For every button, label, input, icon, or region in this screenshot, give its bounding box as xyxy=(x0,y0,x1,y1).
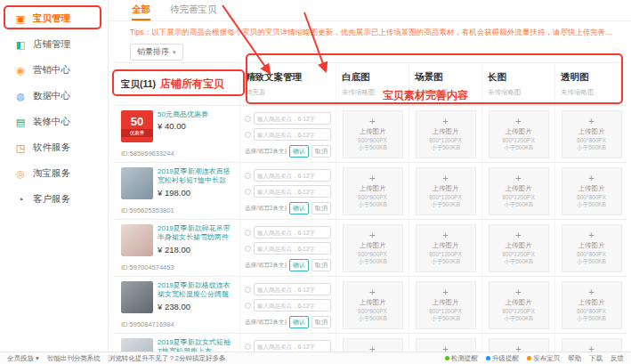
confirm-button[interactable]: 确认 xyxy=(289,316,309,328)
bottom-left-item[interactable]: 浏览转化提升不见了？2分钟搞定好多条 xyxy=(109,354,226,363)
copy-hint-link[interactable]: 选择/填写2条文案 xyxy=(245,148,287,156)
confirm-button[interactable]: 确认 xyxy=(289,202,309,214)
white-bg-cell: +上传图片800*800PX小于500KB xyxy=(336,163,409,219)
product-thumbnail[interactable] xyxy=(121,167,153,199)
upload-image-button[interactable]: +上传图片800*800PX小于500KB xyxy=(562,167,622,215)
data-icon: ◍ xyxy=(14,90,27,102)
bottom-right-item[interactable]: 下载 xyxy=(589,354,603,363)
bottom-right-item[interactable]: 升级提醒 xyxy=(486,354,519,363)
radio-icon[interactable] xyxy=(245,132,251,138)
radio-icon[interactable] xyxy=(245,189,251,195)
sidebar-item-decorate-center[interactable]: ▤ 装修中心 xyxy=(0,109,108,134)
product-cell: 2019夏季新潮连衣百搭宽松衬衫短T恤中长款 ¥ 198.00 ID:59562… xyxy=(116,163,240,219)
sidebar-item-marketing-center[interactable]: ◉ 营销中心 xyxy=(0,57,108,83)
product-thumbnail[interactable] xyxy=(121,281,153,313)
plus-icon: + xyxy=(588,174,594,183)
selling-point-input[interactable] xyxy=(254,169,331,182)
chevron-down-icon: ▾ xyxy=(173,49,176,56)
confirm-button[interactable]: 确认 xyxy=(289,145,309,158)
upload-image-button[interactable]: +上传图片800*1200PX小于500KB xyxy=(489,167,549,215)
upload-image-button[interactable]: +上传图片800*1200PX小于500KB xyxy=(416,167,476,215)
bottom-right-item[interactable]: 帮助 xyxy=(568,354,581,363)
upload-image-button[interactable]: +上传图片800*800PX小于500KB xyxy=(343,281,403,329)
upload-image-button[interactable]: +上传图片800*1200PX小于500KB xyxy=(489,110,549,158)
sort-label: 销量排序 xyxy=(137,46,169,58)
selling-point-input[interactable] xyxy=(254,112,331,125)
copy-hint-link[interactable]: 选择/填写2条文案 xyxy=(245,319,287,327)
upload-image-button[interactable]: +上传图片800*1200PX小于500KB xyxy=(416,281,476,329)
sidebar-item-taobao-service[interactable]: ◎ 淘宝服务 xyxy=(0,160,108,186)
copy-hint-link[interactable]: 选择/填写2条文案 xyxy=(245,205,287,213)
upload-image-button[interactable]: +上传图片800*800PX小于500KB xyxy=(562,224,622,272)
radio-icon[interactable] xyxy=(245,116,251,122)
upload-image-button[interactable]: +上传图片800*800PX小于500KB xyxy=(562,110,622,158)
upload-image-button[interactable]: +上传图片800*800PX小于500KB xyxy=(562,281,622,329)
bottom-left-item[interactable]: 智能出刊分类系统 xyxy=(47,354,101,363)
selling-point-input[interactable] xyxy=(254,340,331,352)
upload-image-button[interactable]: +上传图片800*1200PX小于500KB xyxy=(489,224,549,272)
decorate-icon: ▤ xyxy=(14,116,27,128)
product-material-table: 宝贝(11) 店铺所有宝贝 精致文案管理 待完善 白底图 未传缩略图 场景图 未… xyxy=(116,62,627,364)
plus-icon: + xyxy=(442,117,448,126)
bottom-left-item[interactable]: 全员投放 ▾ xyxy=(7,354,39,363)
table-row: 50 优惠券 50元商品优惠券 ¥ 40.00 ID:585959633244 xyxy=(116,106,627,163)
tab-all[interactable]: 全部 xyxy=(132,4,150,20)
cancel-button[interactable]: 取消 xyxy=(311,259,331,271)
confirm-button[interactable]: 确认 xyxy=(289,259,309,271)
radio-icon[interactable] xyxy=(245,303,251,309)
radio-icon[interactable] xyxy=(245,230,251,236)
sidebar-item-shop-manage[interactable]: ◧ 店铺管理 xyxy=(0,31,108,57)
product-title-link[interactable]: 50元商品优惠券 xyxy=(158,110,234,119)
column-header-long: 长图 未传缩略图 xyxy=(482,63,555,105)
upload-image-button[interactable]: +上传图片800*1200PX小于500KB xyxy=(416,110,476,158)
radio-icon[interactable] xyxy=(245,287,251,293)
taobao-icon: ◎ xyxy=(14,167,27,180)
sidebar-item-data-center[interactable]: ◍ 数据中心 xyxy=(0,83,108,109)
selling-point-input[interactable] xyxy=(254,299,331,311)
cancel-button[interactable]: 取消 xyxy=(311,202,331,214)
selling-point-input[interactable] xyxy=(254,226,331,239)
sort-by-sales-button[interactable]: 销量排序 ▾ xyxy=(130,44,183,61)
product-thumbnail[interactable] xyxy=(121,224,153,256)
selling-point-input[interactable] xyxy=(254,128,331,141)
bottom-right-item[interactable]: 发布宝贝 xyxy=(527,354,560,363)
radio-icon[interactable] xyxy=(245,173,251,179)
cancel-button[interactable]: 取消 xyxy=(311,316,331,328)
copy-edit-cell: 选择/填写2条文案 确认 取消 xyxy=(240,163,336,219)
table-row: 2019夏季新款碎花吊带半身裙女长裙雪纺两件套 ¥ 218.00 ID:5970… xyxy=(116,220,627,277)
radio-icon[interactable] xyxy=(245,246,251,252)
upload-image-button[interactable]: +上传图片800*1200PX小于500KB xyxy=(416,224,476,272)
plus-icon: + xyxy=(588,231,594,240)
selling-point-input[interactable] xyxy=(254,283,331,295)
upload-image-button[interactable]: +上传图片800*800PX小于500KB xyxy=(343,224,403,272)
selling-point-input[interactable] xyxy=(254,185,331,198)
tab-pending[interactable]: 待完善宝贝 xyxy=(170,4,217,20)
upload-image-button[interactable]: +上传图片800*800PX小于500KB xyxy=(343,110,403,158)
annotation-shop-all-items: 店铺所有宝贝 xyxy=(160,77,224,92)
transparent-cell: +上传图片800*800PX小于500KB xyxy=(555,277,627,333)
transparent-cell: +上传图片800*800PX小于500KB xyxy=(555,106,627,162)
product-price: ¥ 218.00 xyxy=(158,245,234,255)
product-title-link[interactable]: 2019夏季新款碎花吊带半身裙女长裙雪纺两件套 xyxy=(158,224,234,243)
sidebar-item-customer-service[interactable]: ◔ 客户服务 xyxy=(0,186,108,212)
transparent-cell: +上传图片800*800PX小于500KB xyxy=(555,220,627,276)
copy-hint-link[interactable]: 选择/填写2条文案 xyxy=(245,262,287,270)
coupon-thumbnail[interactable]: 50 优惠券 xyxy=(121,110,153,142)
upload-image-button[interactable]: +上传图片800*800PX小于500KB xyxy=(343,167,403,215)
sidebar-item-label: 店铺管理 xyxy=(33,38,70,51)
bottom-right-item[interactable]: 反馈 xyxy=(611,354,624,363)
long-image-cell: +上传图片800*1200PX小于500KB xyxy=(482,106,555,162)
bottom-right-item[interactable]: 检测提醒 xyxy=(445,354,478,363)
sidebar-item-software-service[interactable]: ◳ 软件服务 xyxy=(0,134,108,160)
upload-image-button[interactable]: +上传图片800*1200PX小于500KB xyxy=(489,281,549,329)
plus-icon: + xyxy=(588,117,594,126)
scene-cell: +上传图片800*1200PX小于500KB xyxy=(409,163,482,219)
cancel-button[interactable]: 取消 xyxy=(311,145,331,158)
product-title-link[interactable]: 2019夏季新款格纹连衣裙女宽松显瘦公分阔腿 xyxy=(158,281,234,300)
long-image-cell: +上传图片800*1200PX小于500KB xyxy=(482,163,555,219)
selling-point-input[interactable] xyxy=(254,242,331,255)
product-title-link[interactable]: 2019夏季新潮连衣百搭宽松衬衫短T恤中长款 xyxy=(158,167,234,186)
sidebar-item-item-manage[interactable]: ▣ 宝贝管理 xyxy=(0,5,108,31)
sidebar-item-label: 淘宝服务 xyxy=(33,167,70,180)
radio-icon[interactable] xyxy=(245,344,251,350)
